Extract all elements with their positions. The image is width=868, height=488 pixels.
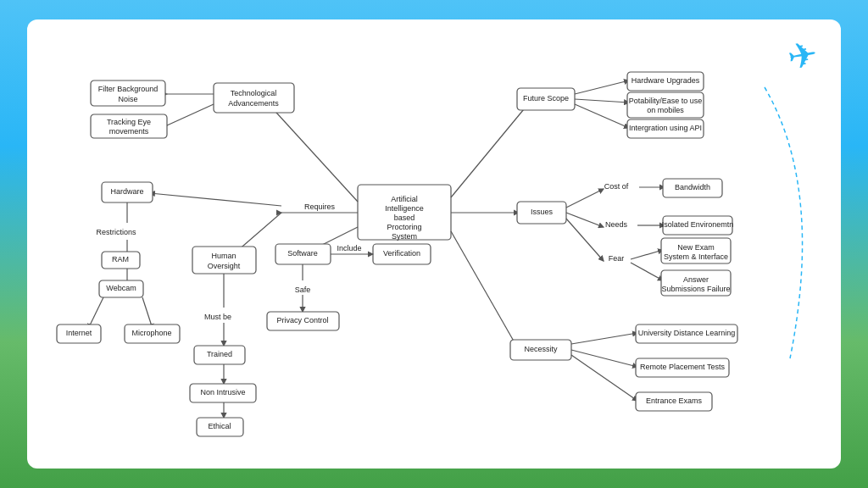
restrictions-label: Restrictions bbox=[96, 228, 136, 236]
diagram-area: Artificial Intelligence based Proctoring… bbox=[27, 19, 841, 469]
requires-label: Requires bbox=[304, 202, 336, 211]
svg-line-53 bbox=[575, 99, 629, 103]
portability-label: Potability/Ease to use bbox=[629, 97, 703, 105]
hardware-label: Hardware bbox=[110, 187, 143, 196]
svg-line-47 bbox=[631, 263, 663, 280]
integration-label: Intergration using API bbox=[629, 124, 702, 132]
tech-label: Technological bbox=[231, 89, 277, 97]
human-label2: Oversight bbox=[208, 262, 241, 270]
tracking-label2: movements bbox=[109, 127, 149, 136]
fear-label: Fear bbox=[609, 254, 625, 263]
tracking-label: Tracking Eye bbox=[107, 118, 151, 126]
svg-line-45 bbox=[631, 250, 663, 259]
remote-label: Remote Placement Tests bbox=[640, 363, 725, 371]
include-label: Include bbox=[337, 244, 361, 252]
issues-label: Issues bbox=[531, 208, 554, 216]
webcam-label: Webcam bbox=[106, 284, 136, 292]
filter-label: Filter Background bbox=[98, 85, 159, 93]
center-label4: Proctoring bbox=[387, 223, 421, 231]
mustbe-label: Must be bbox=[204, 313, 231, 321]
ethical-label: Ethical bbox=[208, 422, 231, 430]
answer-label: Answer bbox=[683, 275, 709, 284]
safe-label: Safe bbox=[295, 286, 311, 294]
portability-label2: on mobiles bbox=[647, 106, 684, 114]
svg-line-51 bbox=[575, 80, 629, 94]
svg-line-1 bbox=[269, 104, 358, 202]
hwupgrade-label: Hardware Upgrades bbox=[632, 76, 700, 85]
costof-label: Cost of bbox=[604, 182, 629, 191]
main-card: Artificial Intelligence based Proctoring… bbox=[27, 19, 841, 469]
nonintrusive-label: Non Intrusive bbox=[200, 388, 245, 396]
ram-label: RAM bbox=[112, 255, 129, 263]
svg-rect-2 bbox=[214, 83, 294, 113]
center-label2: Intelligence bbox=[385, 204, 424, 213]
future-label: Future Scope bbox=[523, 94, 569, 103]
filter-label2: Noise bbox=[118, 95, 137, 103]
newexam-label: New Exam bbox=[677, 243, 715, 252]
verification-label: Verification bbox=[383, 249, 420, 258]
necessity-label: Necessity bbox=[524, 345, 558, 353]
privacy-label: Privacy Control bbox=[276, 316, 328, 324]
entrance-label: Entrance Exams bbox=[646, 396, 703, 405]
svg-line-57 bbox=[451, 231, 519, 350]
svg-line-55 bbox=[575, 104, 629, 128]
bandwidth-label: Bandwidth bbox=[675, 183, 710, 191]
svg-line-8 bbox=[150, 193, 281, 206]
software-label: Software bbox=[287, 249, 318, 258]
svg-line-61 bbox=[571, 350, 637, 367]
needs-label: Needs bbox=[605, 220, 628, 229]
svg-line-59 bbox=[571, 333, 637, 344]
center-label3: based bbox=[394, 214, 415, 222]
center-label5: System bbox=[392, 232, 417, 241]
microphone-label: Microphone bbox=[131, 329, 171, 337]
tech-label2: Advancements bbox=[228, 99, 279, 108]
university-label: University Distance Learning bbox=[638, 329, 736, 337]
svg-line-49 bbox=[451, 100, 531, 197]
trained-label: Trained bbox=[207, 350, 232, 358]
internet-label: Internet bbox=[66, 329, 92, 337]
answer-label2: Submissions Failure bbox=[661, 285, 730, 293]
isolated-label: Isolated Environemtn bbox=[662, 220, 734, 229]
svg-line-63 bbox=[571, 355, 637, 401]
svg-line-38 bbox=[566, 189, 604, 208]
center-label: Artificial bbox=[391, 195, 418, 203]
svg-line-5 bbox=[167, 104, 214, 125]
human-label: Human bbox=[211, 252, 236, 260]
newexam-label2: System & Interface bbox=[664, 252, 728, 261]
